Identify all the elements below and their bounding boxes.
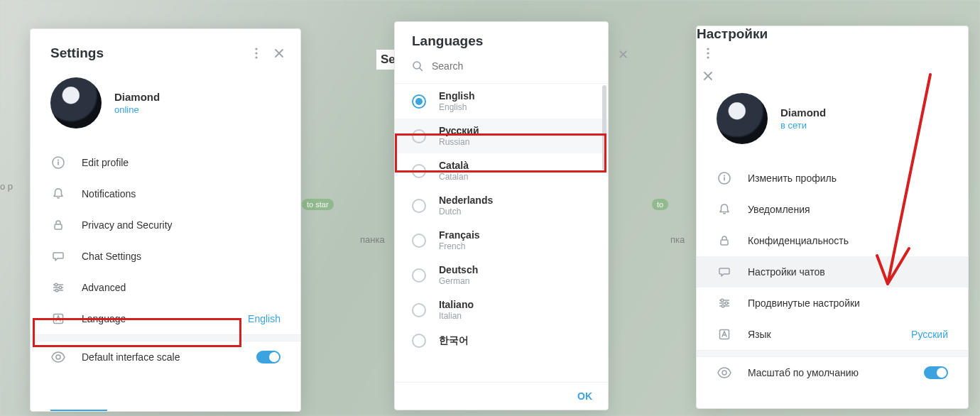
avatar <box>50 77 102 128</box>
scale-slider[interactable] <box>50 410 107 411</box>
svg-point-15 <box>707 56 709 58</box>
menu-item-privacy[interactable]: Privacy and Security <box>31 209 300 241</box>
svg-point-20 <box>721 299 724 302</box>
menu-label: Notifications <box>82 188 281 199</box>
menu-item-language[interactable]: Язык Русский <box>697 319 968 350</box>
profile-name: Diamond <box>114 91 160 103</box>
search-icon <box>412 60 423 72</box>
lang-item-russian[interactable]: РусскийRussian <box>395 119 608 153</box>
menu-item-notifications[interactable]: Notifications <box>31 178 300 209</box>
lang-native: Nederlands <box>439 195 493 206</box>
lang-native: Deutsch <box>439 264 478 275</box>
settings-panel-ru: Настройки Diamond в сети Изменить профил… <box>696 26 969 409</box>
menu-item-notifications[interactable]: Уведомления <box>697 194 968 225</box>
menu-item-chat-settings[interactable]: Chat Settings <box>31 241 300 272</box>
menu-label: Продвинутые настройки <box>748 297 948 309</box>
language-icon <box>717 327 732 342</box>
lang-item-dutch[interactable]: NederlandsDutch <box>395 188 608 223</box>
avatar <box>717 93 768 144</box>
bg-frag: пка <box>670 234 685 245</box>
menu-item-language[interactable]: Language English <box>31 303 300 334</box>
menu-label: Chat Settings <box>82 251 281 262</box>
lang-english: Russian <box>439 137 479 147</box>
radio-icon <box>412 199 426 213</box>
lang-native: Русский <box>439 125 479 136</box>
profile-block[interactable]: Diamond online <box>31 72 300 147</box>
close-button[interactable] <box>697 65 719 87</box>
svg-point-22 <box>722 305 724 307</box>
menu-label: Уведомления <box>748 204 948 215</box>
sliders-icon <box>717 295 732 311</box>
language-list: EnglishEnglish РусскийRussian CatalàCata… <box>395 84 608 382</box>
svg-point-4 <box>58 160 59 161</box>
more-button[interactable] <box>245 42 268 65</box>
svg-point-0 <box>255 48 257 50</box>
menu-item-chat-settings[interactable]: Настройки чатов <box>697 256 968 288</box>
lang-english: Italian <box>439 311 474 321</box>
lang-native: 한국어 <box>439 334 469 347</box>
profile-block[interactable]: Diamond в сети <box>697 87 968 163</box>
scrollbar[interactable] <box>602 85 606 170</box>
radio-icon <box>412 334 426 348</box>
bg-badge-start: to star <box>302 199 334 210</box>
radio-selected-icon <box>412 94 426 109</box>
menu-label: Default interface scale <box>82 351 241 363</box>
scale-toggle[interactable] <box>256 351 281 363</box>
scale-toggle[interactable] <box>924 366 948 379</box>
lang-item-italian[interactable]: ItalianoItalian <box>395 292 608 327</box>
svg-point-11 <box>56 355 60 359</box>
lang-item-german[interactable]: DeutschGerman <box>395 258 608 292</box>
menu-label: Language <box>82 313 232 324</box>
settings-menu: Edit profile Notifications Privacy and S… <box>31 147 300 334</box>
bell-icon <box>717 202 732 217</box>
svg-point-14 <box>707 52 709 54</box>
sliders-icon <box>50 280 66 295</box>
menu-item-edit-profile[interactable]: Edit profile <box>31 147 300 178</box>
lang-item-french[interactable]: FrançaisFrench <box>395 223 608 258</box>
menu-label: Изменить профиль <box>748 173 948 184</box>
close-button[interactable] <box>268 42 290 65</box>
lang-item-english[interactable]: EnglishEnglish <box>395 84 608 119</box>
info-icon <box>50 155 66 170</box>
menu-item-advanced[interactable]: Продвинутые настройки <box>697 288 968 319</box>
footer: OK <box>395 382 608 410</box>
menu-label: Advanced <box>82 282 281 293</box>
menu-label: Privacy and Security <box>82 219 281 231</box>
chat-icon <box>717 264 732 280</box>
settings-title: Settings <box>50 45 245 61</box>
menu-value: Русский <box>911 329 948 340</box>
menu-item-edit-profile[interactable]: Изменить профиль <box>697 163 968 194</box>
svg-rect-19 <box>721 240 728 245</box>
menu-item-advanced[interactable]: Advanced <box>31 272 300 303</box>
svg-point-24 <box>722 371 726 375</box>
lang-item-catalan[interactable]: CatalàCatalan <box>395 153 608 188</box>
svg-rect-18 <box>724 177 725 181</box>
svg-point-13 <box>707 48 709 50</box>
ok-button[interactable]: OK <box>577 390 592 402</box>
svg-point-8 <box>59 286 62 289</box>
more-button[interactable] <box>697 42 719 65</box>
bg-frag: панка <box>360 234 385 245</box>
svg-point-21 <box>725 302 728 305</box>
profile-name: Diamond <box>780 106 826 119</box>
radio-icon <box>412 129 426 143</box>
languages-panel: Languages EnglishEnglish РусскийRussian … <box>394 21 609 410</box>
menu-item-default-scale[interactable]: Масштаб по умолчанию <box>697 357 968 388</box>
lang-english: Dutch <box>439 207 493 217</box>
svg-point-2 <box>255 56 257 58</box>
svg-rect-6 <box>55 224 62 229</box>
search-input[interactable] <box>432 60 591 72</box>
lang-item-korean[interactable]: 한국어 <box>395 327 608 354</box>
separator <box>697 350 968 357</box>
menu-item-privacy[interactable]: Конфиденциальность <box>697 225 968 256</box>
menu-item-default-scale[interactable]: Default interface scale <box>31 341 300 373</box>
more-vertical-icon <box>255 48 258 59</box>
svg-point-9 <box>55 289 58 292</box>
search-row[interactable] <box>395 55 608 84</box>
more-vertical-icon <box>707 48 709 59</box>
lock-icon <box>50 217 66 233</box>
menu-label: Edit profile <box>82 157 281 168</box>
lang-english: German <box>439 276 478 286</box>
settings-menu-ru: Изменить профиль Уведомления Конфиденциа… <box>697 163 968 350</box>
lang-native: English <box>439 90 475 102</box>
